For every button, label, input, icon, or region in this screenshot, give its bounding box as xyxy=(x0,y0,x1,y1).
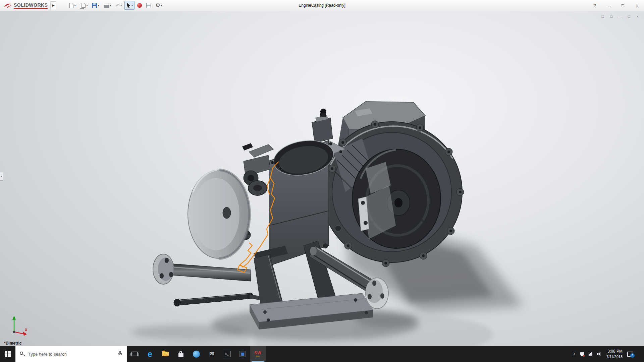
caret-icon: ▾ xyxy=(86,4,88,7)
orientation-triad: X xyxy=(5,314,32,336)
intake-stack[interactable] xyxy=(312,109,333,143)
security-shield-icon[interactable] xyxy=(580,352,584,356)
solidworks-app-text: SW xyxy=(254,351,261,355)
toolbar-flyout-button[interactable]: ▶ xyxy=(50,1,56,9)
taskbar-app-solidworks[interactable]: SW 2017 xyxy=(250,346,266,362)
minimize-button[interactable]: – xyxy=(602,0,616,11)
tray-overflow-chevron-icon[interactable]: ∧ xyxy=(573,352,576,356)
triad-axes-icon xyxy=(5,314,32,336)
search-icon xyxy=(19,351,25,357)
caret-icon: ▾ xyxy=(161,4,162,7)
taskbar-app-browser[interactable] xyxy=(189,346,204,362)
save-button[interactable]: ▾ xyxy=(90,1,101,10)
microphone-icon[interactable] xyxy=(118,351,123,357)
taskbar: e ✉ >_ SW 2017 ∧ 3:08 PM 7/11/2018 3 xyxy=(0,346,644,362)
document-window-controls: □ □ – □ × xyxy=(600,14,641,19)
taskbar-app-terminal[interactable]: >_ xyxy=(219,346,235,362)
taskbar-app-mail[interactable]: ✉ xyxy=(204,346,219,362)
taskbar-app-edge[interactable]: e xyxy=(142,346,158,362)
edge-icon: e xyxy=(148,350,152,358)
flyout-icon: ▶ xyxy=(52,4,55,7)
clock[interactable]: 3:08 PM 7/11/2018 xyxy=(606,349,623,359)
maximize-button[interactable]: □ xyxy=(616,0,630,11)
file-explorer-icon xyxy=(162,352,169,356)
caret-icon: ▾ xyxy=(74,4,75,7)
taskbar-app-generic[interactable] xyxy=(235,346,250,362)
graphics-viewport[interactable]: □ □ – □ × ◂ X *Dimetric xyxy=(0,11,644,346)
caret-icon: ▾ xyxy=(120,4,122,7)
new-document-icon xyxy=(69,3,73,8)
solidworks-logo-icon xyxy=(3,2,12,8)
store-bag-icon xyxy=(178,353,183,357)
titlebar: SOLIDWORKS ▶ ▾ ▾ ▾ ▾ ↶ ▾ xyxy=(0,0,644,11)
browser-globe-icon xyxy=(193,351,200,358)
tray-time: 3:08 PM xyxy=(607,349,623,354)
solidworks-logo: SOLIDWORKS xyxy=(0,2,50,9)
print-icon xyxy=(104,3,109,8)
doc-restore-button[interactable]: □ xyxy=(626,14,632,19)
search-input[interactable] xyxy=(28,352,115,357)
select-tool-button[interactable]: ▾ xyxy=(124,1,135,10)
doc-window-menu-icon[interactable]: □ xyxy=(600,14,606,19)
screen: { "colors": { "sketch_highlight": "#ef8a… xyxy=(0,0,644,362)
caret-icon: ▾ xyxy=(98,4,99,7)
help-button[interactable]: ? xyxy=(588,0,602,11)
caret-icon: ▾ xyxy=(131,4,133,7)
tray-date: 7/11/2018 xyxy=(606,354,623,359)
mail-envelope-icon: ✉ xyxy=(209,351,214,357)
windows-logo-icon xyxy=(5,351,11,357)
collapse-arrow-icon: ◂ xyxy=(1,175,2,178)
select-cursor-icon xyxy=(126,3,131,8)
task-view-icon xyxy=(131,352,138,356)
new-document-button[interactable]: ▾ xyxy=(68,1,77,10)
doc-minimize-button[interactable]: – xyxy=(617,14,623,19)
solidworks-logo-text: SOLIDWORKS xyxy=(14,2,48,9)
quick-access-toolbar: ▾ ▾ ▾ ▾ ↶ ▾ ▾ xyxy=(68,1,164,10)
appearance-button[interactable] xyxy=(136,1,144,10)
action-center-icon[interactable]: 3 xyxy=(627,352,633,357)
open-document-button[interactable]: ▾ xyxy=(78,1,89,10)
evaluate-sheet-button[interactable] xyxy=(145,1,153,10)
caret-icon: ▾ xyxy=(110,4,111,7)
sheet-icon xyxy=(146,3,151,8)
speaker-icon[interactable] xyxy=(597,352,602,356)
solidworks-app-year: 2017 xyxy=(256,355,260,357)
taskbar-search[interactable] xyxy=(15,346,127,362)
appearance-sphere-icon xyxy=(137,3,142,8)
feature-pane-collapsed-tab[interactable]: ◂ xyxy=(0,172,3,181)
options-button[interactable]: ⚙ ▾ xyxy=(154,1,164,10)
system-tray: ∧ 3:08 PM 7/11/2018 3 xyxy=(573,346,644,362)
window-controls: ? – □ × xyxy=(588,0,644,11)
network-icon[interactable] xyxy=(589,352,592,356)
doc-window-panes-icon[interactable]: □ xyxy=(608,14,614,19)
doc-close-button[interactable]: × xyxy=(635,14,641,19)
taskbar-app-store[interactable] xyxy=(173,346,189,362)
undo-icon: ↶ xyxy=(116,3,120,8)
start-button[interactable] xyxy=(0,346,15,362)
save-icon xyxy=(92,3,97,8)
view-orientation-label: *Dimetric xyxy=(4,341,22,346)
taskbar-app-file-explorer[interactable] xyxy=(158,346,173,362)
undo-button[interactable]: ↶ ▾ xyxy=(114,1,124,10)
open-document-icon xyxy=(80,3,86,8)
close-button[interactable]: × xyxy=(630,0,644,11)
triad-x-label: X xyxy=(25,328,27,332)
print-button[interactable]: ▾ xyxy=(102,1,113,10)
notification-badge: 3 xyxy=(630,353,635,358)
mounting-stand[interactable] xyxy=(174,241,373,329)
gear-icon: ⚙ xyxy=(155,3,160,8)
generic-app-icon xyxy=(239,351,246,357)
engine-casing-model[interactable] xyxy=(0,11,644,346)
terminal-icon: >_ xyxy=(224,351,231,357)
solidworks-app-icon: SW 2017 xyxy=(254,351,261,357)
task-view-button[interactable] xyxy=(127,346,142,362)
flywheel[interactable] xyxy=(188,170,250,258)
